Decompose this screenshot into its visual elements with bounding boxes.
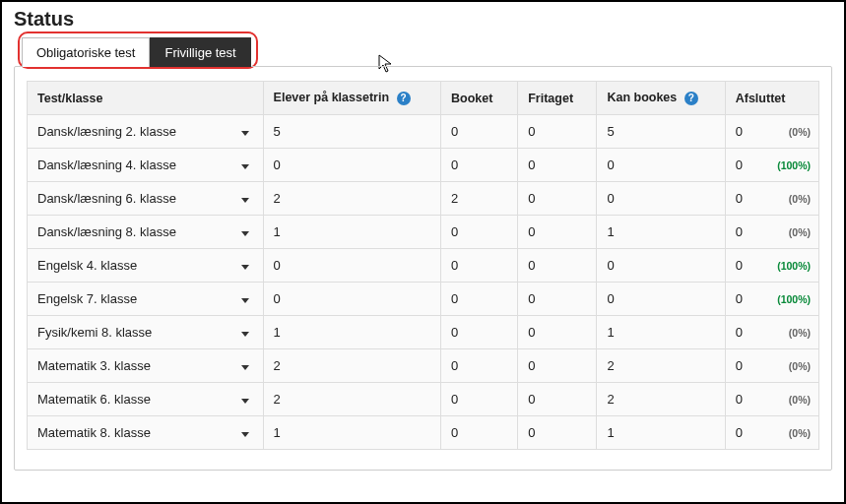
- cell-afsluttet: 0(100%): [725, 249, 818, 283]
- table-row: Engelsk 7. klasse00000(100%): [28, 283, 819, 316]
- col-test-klasse[interactable]: Test/klasse: [28, 82, 264, 115]
- cell-fritaget: 0: [518, 349, 597, 383]
- row-dropdown-button[interactable]: [241, 124, 253, 139]
- afsluttet-pct: (0%): [789, 226, 811, 238]
- afsluttet-value: 0: [736, 191, 743, 206]
- cell-booket: 0: [441, 149, 518, 182]
- cell-afsluttet: 0(0%): [725, 416, 818, 450]
- row-dropdown-button[interactable]: [241, 258, 253, 273]
- test-name: Matematik 3. klasse: [37, 358, 151, 373]
- cell-fritaget: 0: [518, 216, 597, 249]
- cell-afsluttet: 0(0%): [725, 316, 818, 349]
- cell-kan: 0: [597, 182, 725, 216]
- afsluttet-value: 0: [736, 258, 743, 273]
- cell-elever: 0: [263, 249, 440, 283]
- cell-afsluttet: 0(0%): [725, 216, 818, 249]
- tab-obligatoriske[interactable]: Obligatoriske test: [22, 37, 150, 67]
- caret-down-icon: [241, 265, 249, 270]
- cell-elever: 0: [263, 283, 440, 316]
- cell-elever: 1: [263, 316, 440, 349]
- col-fritaget[interactable]: Fritaget: [518, 82, 597, 115]
- afsluttet-value: 0: [736, 124, 743, 139]
- cell-booket: 0: [441, 216, 518, 249]
- test-name: Matematik 8. klasse: [37, 425, 151, 440]
- afsluttet-value: 0: [736, 291, 743, 306]
- cell-fritaget: 0: [518, 416, 597, 450]
- cell-fritaget: 0: [518, 182, 597, 216]
- table-row: Dansk/læsning 6. klasse22000(0%): [28, 182, 819, 216]
- cell-kan: 0: [597, 249, 725, 283]
- row-dropdown-button[interactable]: [241, 191, 253, 206]
- col-afsluttet[interactable]: Afsluttet: [725, 82, 818, 115]
- cell-kan: 1: [597, 216, 725, 249]
- test-name: Dansk/læsning 8. klasse: [37, 224, 176, 239]
- col-booket[interactable]: Booket: [441, 82, 518, 115]
- table-row: Dansk/læsning 2. klasse50050(0%): [28, 115, 819, 149]
- caret-down-icon: [241, 131, 249, 136]
- help-icon[interactable]: ?: [684, 92, 698, 105]
- col-kan-bookes[interactable]: Kan bookes ?: [597, 82, 725, 115]
- row-dropdown-button[interactable]: [241, 158, 253, 172]
- help-icon[interactable]: ?: [397, 92, 411, 105]
- cell-kan: 1: [597, 316, 725, 349]
- afsluttet-value: 0: [736, 158, 743, 172]
- cell-afsluttet: 0(100%): [725, 149, 818, 182]
- row-dropdown-button[interactable]: [241, 224, 253, 239]
- test-name: Matematik 6. klasse: [37, 392, 151, 407]
- cell-elever: 1: [263, 416, 440, 450]
- cell-afsluttet: 0(0%): [725, 349, 818, 383]
- table-header-row: Test/klasse Elever på klassetrin ? Booke…: [28, 82, 819, 115]
- test-name: Dansk/læsning 6. klasse: [37, 191, 176, 206]
- caret-down-icon: [241, 231, 249, 236]
- cell-kan: 2: [597, 349, 725, 383]
- row-dropdown-button[interactable]: [241, 425, 253, 440]
- cell-booket: 2: [441, 182, 518, 216]
- caret-down-icon: [241, 198, 249, 203]
- afsluttet-value: 0: [736, 392, 743, 407]
- afsluttet-pct: (100%): [777, 293, 811, 305]
- cell-elever: 1: [263, 216, 440, 249]
- test-name: Engelsk 7. klasse: [37, 291, 137, 306]
- afsluttet-value: 0: [736, 224, 743, 239]
- cell-fritaget: 0: [518, 316, 597, 349]
- row-dropdown-button[interactable]: [241, 291, 253, 306]
- row-dropdown-button[interactable]: [241, 392, 253, 407]
- status-table: Test/klasse Elever på klassetrin ? Booke…: [27, 81, 819, 450]
- cell-afsluttet: 0(100%): [725, 283, 818, 316]
- afsluttet-pct: (100%): [777, 159, 811, 171]
- page-title: Status: [14, 8, 832, 31]
- row-dropdown-button[interactable]: [241, 358, 253, 373]
- row-dropdown-button[interactable]: [241, 325, 253, 340]
- cell-elever: 0: [263, 149, 440, 182]
- cell-kan: 5: [597, 115, 725, 149]
- col-elever[interactable]: Elever på klassetrin ?: [263, 82, 440, 115]
- cell-booket: 0: [441, 349, 518, 383]
- cell-elever: 2: [263, 182, 440, 216]
- caret-down-icon: [241, 298, 249, 303]
- cell-elever: 2: [263, 383, 440, 416]
- test-name: Dansk/læsning 4. klasse: [37, 158, 176, 172]
- caret-down-icon: [241, 432, 249, 437]
- status-panel: Test/klasse Elever på klassetrin ? Booke…: [14, 66, 832, 471]
- afsluttet-pct: (0%): [789, 394, 811, 406]
- tab-frivillige[interactable]: Frivillige test: [150, 37, 250, 67]
- cell-booket: 0: [441, 283, 518, 316]
- caret-down-icon: [241, 399, 249, 404]
- cell-booket: 0: [441, 416, 518, 450]
- afsluttet-pct: (0%): [789, 360, 811, 372]
- cell-kan: 0: [597, 283, 725, 316]
- tab-bar: Obligatoriske test Frivillige test: [22, 36, 832, 66]
- afsluttet-pct: (0%): [789, 327, 811, 339]
- cell-booket: 0: [441, 115, 518, 149]
- afsluttet-value: 0: [736, 325, 743, 340]
- caret-down-icon: [241, 332, 249, 337]
- afsluttet-value: 0: [736, 358, 743, 373]
- table-row: Matematik 6. klasse20020(0%): [28, 383, 819, 416]
- cell-afsluttet: 0(0%): [725, 383, 818, 416]
- test-name: Engelsk 4. klasse: [37, 258, 137, 273]
- caret-down-icon: [241, 365, 249, 370]
- cell-fritaget: 0: [518, 249, 597, 283]
- cell-fritaget: 0: [518, 283, 597, 316]
- test-name: Fysik/kemi 8. klasse: [37, 325, 152, 340]
- cell-booket: 0: [441, 316, 518, 349]
